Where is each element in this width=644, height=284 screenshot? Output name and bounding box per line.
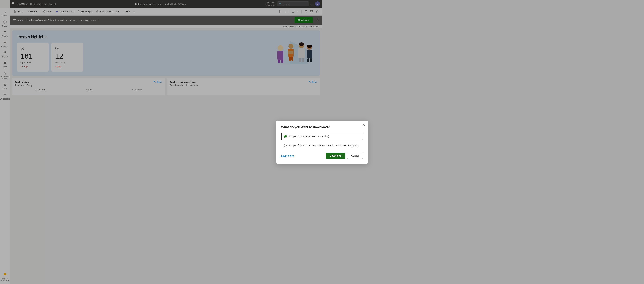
modal-title: What do you want to download? (281, 126, 322, 129)
radio-checked (284, 135, 287, 138)
modal-overlay[interactable]: What do you want to download? ✕ A copy o… (0, 0, 322, 142)
option-pbix-data-label: A copy of your report and data (.pbix) (288, 135, 322, 138)
option-pbix-live[interactable]: A copy of your report with a live connec… (281, 142, 322, 142)
download-modal: What do you want to download? ✕ A copy o… (276, 120, 322, 142)
option-pbix-data[interactable]: A copy of your report and data (.pbix) (281, 133, 322, 140)
